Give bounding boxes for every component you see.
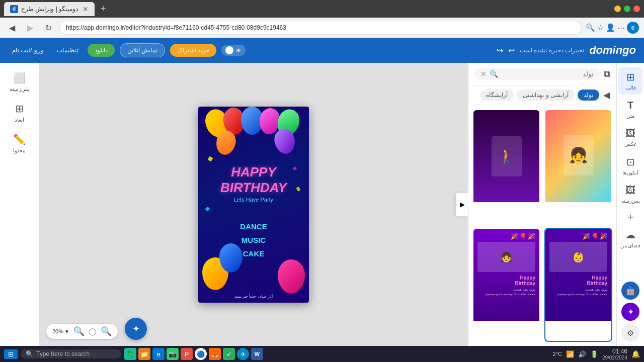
tool-content[interactable]: ✏️ محتوا xyxy=(3,129,37,158)
start-button[interactable]: ⊞ xyxy=(4,349,18,359)
notification-button[interactable]: 🔔 xyxy=(631,350,640,358)
zoom-in-button[interactable]: 🔍 xyxy=(101,326,112,337)
sidebar-icons[interactable]: ⊡ آیکون‌ها xyxy=(618,152,642,179)
sidebar-photo[interactable]: 🖼 عکس xyxy=(618,124,642,151)
login-button[interactable]: ورود/ثبت نام xyxy=(8,44,48,57)
taskbar-app-green[interactable]: ✓ xyxy=(223,348,235,360)
download-button[interactable]: دانلود xyxy=(88,44,115,57)
content-icon: ✏️ xyxy=(13,133,26,145)
panel-tab-salon[interactable]: آرایشگاه xyxy=(480,89,514,101)
sidebar-background-label: پس‌زمینه xyxy=(621,198,640,204)
template-card-4[interactable]: 🎉🎈🎉 👧 Happy Birthday تولد بچه هستجمعه سا… xyxy=(472,228,540,342)
taskbar-app-edge[interactable]: e xyxy=(152,348,165,360)
browser-title-bar: d دومینگو | ویرایش طرح ✕ + xyxy=(0,0,644,18)
tab-favicon: d xyxy=(10,5,18,13)
sidebar-icons-label: آیکون‌ها xyxy=(622,170,638,175)
icons-icon: ⊡ xyxy=(626,156,635,168)
taskbar-app-3[interactable]: 📷 xyxy=(167,348,179,360)
sound-icon: 🔊 xyxy=(578,350,586,358)
tc2-figure: 🚶 xyxy=(492,136,522,176)
taskbar-search[interactable]: 🔍 Type here to search xyxy=(21,349,121,358)
browser-tab[interactable]: d دومینگو | ویرایش طرح ✕ xyxy=(4,2,95,16)
sidebar-myspace[interactable]: ☁ فضای من xyxy=(618,225,642,252)
minimize-button[interactable] xyxy=(614,6,621,12)
sidebar-background[interactable]: 🖼 پس‌زمینه xyxy=(618,180,642,208)
template-card-1[interactable]: 👧 xyxy=(544,109,612,224)
taskbar-app-1[interactable]: 🦎 xyxy=(124,348,136,360)
taskbar-app-chrome[interactable]: 🔵 xyxy=(195,348,207,360)
menu-icon[interactable]: ⋯ xyxy=(617,23,625,32)
taskbar-app-telegram[interactable]: ✈ xyxy=(237,348,249,360)
zoom-percent-arrow[interactable]: 20% ▼ xyxy=(52,328,69,334)
panel-tabs: ◀ تولد آرایشی و بهداشتی آرایشگاه xyxy=(468,85,616,105)
main-content: ⬜ پس‌زمینه ⊞ ابعاد ✏️ محتوا xyxy=(0,63,644,346)
taskbar: ⊞ 🔍 Type here to search 🦎 📁 e 📷 P 🔵 🦊 ✓ … xyxy=(0,346,644,362)
tc3-flags: 🎉🎈🎉 xyxy=(583,233,607,240)
magic-button[interactable]: ✦ xyxy=(125,318,147,340)
tab-label: دومینگو | ویرایش طرح xyxy=(21,6,78,13)
loading-indicator: ◯ xyxy=(89,327,97,335)
taskbar-app-firefox[interactable]: 🦊 xyxy=(209,348,221,360)
taskbar-app-red[interactable]: P xyxy=(181,348,193,360)
theme-toggle[interactable]: ☀ xyxy=(221,45,246,56)
tc3-subtext: تولد بچه هستجمعه ساعت ۷ دوشنبه جمع میشیم xyxy=(557,287,607,297)
search-input-wrap: 🔍 ✕ xyxy=(474,68,600,80)
redo-button[interactable]: ↪ xyxy=(497,46,503,55)
unsaved-notice: تغییرات ذخیره نشده است xyxy=(520,47,584,54)
bottom-text: آذر صیاد، حتماً خیر ببینید xyxy=(198,294,309,299)
battery-icon: 🔋 xyxy=(590,350,598,358)
weather-temp: 2°C xyxy=(552,351,561,357)
tc4-text2: Birthday xyxy=(515,281,535,286)
tc1-figure: 👧 xyxy=(564,135,594,175)
search-input[interactable] xyxy=(501,70,594,78)
photo-icon: 🖼 xyxy=(625,128,635,139)
app-header: domingo تغییرات ذخیره نشده است ↩ ↪ ☀ خری… xyxy=(0,38,644,63)
profile-icon[interactable]: 👤 xyxy=(606,23,615,32)
confetti-1 xyxy=(208,156,213,161)
tool-content-label: محتوا xyxy=(13,147,26,154)
settings-button[interactable]: تنظیمات xyxy=(53,44,83,57)
taskbar-app-word[interactable]: W xyxy=(251,348,263,360)
ai-assist-button[interactable]: 🤖 xyxy=(621,282,639,300)
tool-background[interactable]: ⬜ پس‌زمینه xyxy=(3,68,37,97)
back-button[interactable]: ◀ xyxy=(5,21,19,35)
edge-logo: e xyxy=(627,22,639,34)
sidebar-template[interactable]: ⊞ قالب xyxy=(618,67,642,95)
tc3-photo: 👶 xyxy=(549,242,607,272)
new-tab-button[interactable]: + xyxy=(98,4,109,14)
template-card-2[interactable]: 🚶 xyxy=(472,109,540,224)
filter-button[interactable]: ⧉ xyxy=(604,69,610,79)
canvas-card[interactable]: HAPPY BIRTHDAY Lets Have Party DANCE MUS… xyxy=(198,107,309,303)
search-clear-button[interactable]: ✕ xyxy=(480,70,487,78)
tab-close-icon[interactable]: ✕ xyxy=(83,5,89,13)
myspace-icon: ☁ xyxy=(625,229,635,241)
panel-toggle-button[interactable]: ▶ xyxy=(456,193,468,217)
panel-tab-beauty[interactable]: آرایشی و بهداشتی xyxy=(517,89,575,101)
bookmark-icon[interactable]: ☆ xyxy=(597,23,604,32)
sidebar-text[interactable]: T متن xyxy=(618,96,642,123)
preview-button[interactable]: نمایش آنلاین xyxy=(120,43,165,57)
panel-tab-back[interactable]: ◀ xyxy=(602,89,611,101)
tool-dimensions[interactable]: ⊞ ابعاد xyxy=(3,99,37,127)
settings-gear-button[interactable]: ⚙ xyxy=(621,324,639,342)
zoom-icon[interactable]: 🔍 xyxy=(586,23,595,32)
text-icon: T xyxy=(627,100,633,111)
template-card-3[interactable]: 🎉🎈🎉 👶 Happy Birthday تولد بچه هستجمعه سا… xyxy=(544,228,612,342)
sun-icon: ☀ xyxy=(235,47,242,54)
sidebar-add[interactable]: + xyxy=(627,211,634,224)
canvas-area[interactable]: HAPPY BIRTHDAY Lets Have Party DANCE MUS… xyxy=(39,63,468,346)
maximize-button[interactable] xyxy=(624,6,630,12)
taskbar-search-text: Type here to search xyxy=(36,350,90,357)
zoom-out-button[interactable]: 🔍 xyxy=(73,326,85,337)
subscribe-button[interactable]: خرید اشتراک xyxy=(170,44,216,57)
reload-button[interactable]: ↻ xyxy=(41,21,55,35)
panel-tab-birthday[interactable]: تولد xyxy=(578,89,599,101)
undo-button[interactable]: ↩ xyxy=(508,46,515,55)
close-button[interactable] xyxy=(633,6,640,12)
address-bar[interactable]: https://app.domingo.ir/editor?industryId… xyxy=(59,21,582,35)
taskbar-right: 2°C 📶 🔊 🔋 01:46 29/02/2024 🔔 xyxy=(552,348,640,360)
taskbar-app-file[interactable]: 📁 xyxy=(138,348,150,360)
ai-magic-button[interactable]: ✦ xyxy=(621,303,639,321)
forward-button[interactable]: ▶ xyxy=(23,21,37,35)
sub-text: Lets Have Party xyxy=(198,197,309,203)
